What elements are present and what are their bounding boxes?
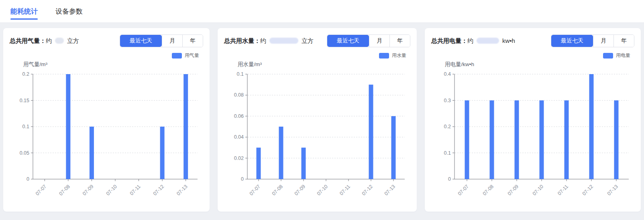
svg-text:07-09: 07-09 — [82, 184, 95, 197]
tab-energy-statistics[interactable]: 能耗统计 — [10, 0, 38, 22]
gas-legend[interactable]: 用气量 — [10, 52, 203, 59]
masked-value — [55, 38, 64, 44]
svg-text:07-07: 07-07 — [249, 184, 262, 197]
svg-text:0: 0 — [26, 176, 29, 182]
water-legend[interactable]: 用水量 — [224, 52, 410, 59]
svg-text:07-13: 07-13 — [175, 184, 189, 197]
svg-text:0.3: 0.3 — [444, 98, 451, 103]
svg-text:0.04: 0.04 — [234, 134, 244, 140]
electricity-usage-bar-chart: 用电量/kw•h00.10.20.30.407-0707-0807-0907-1… — [431, 60, 634, 203]
svg-text:0.15: 0.15 — [20, 98, 29, 103]
unit-text: 立方 — [302, 37, 314, 44]
water-period-tab-year[interactable]: 年 — [389, 35, 410, 47]
title-text: 总共用气量： — [10, 37, 46, 44]
page-tab-bar: 能耗统计 设备参数 — [0, 0, 644, 23]
svg-text:07-12: 07-12 — [152, 184, 165, 197]
svg-text:07-13: 07-13 — [383, 184, 397, 197]
svg-text:07-07: 07-07 — [457, 184, 470, 197]
svg-text:用电量/kw•h: 用电量/kw•h — [445, 61, 474, 67]
gas-usage-card: 总共用气量：约立方 最近七天 月 年 用气量 用气量/m³00.050.10.1… — [3, 28, 210, 212]
electricity-period-tab-year[interactable]: 年 — [613, 35, 634, 47]
svg-text:0.05: 0.05 — [20, 150, 29, 156]
svg-text:0.2: 0.2 — [22, 71, 29, 77]
water-usage-bar-chart: 用水量/m³00.020.040.060.080.107-0707-0807-0… — [224, 60, 410, 203]
approx-text: 约 — [46, 37, 52, 44]
svg-text:0.2: 0.2 — [444, 124, 451, 129]
period-tab-group: 最近七天 月 年 — [120, 34, 203, 47]
electricity-usage-card: 总共用电量：约kw•h 最近七天 月 年 用电量 用电量/kw•h00.10.2… — [425, 28, 641, 212]
svg-text:0: 0 — [448, 176, 451, 182]
electricity-legend[interactable]: 用电量 — [431, 52, 634, 59]
water-usage-card: 总共用水量：约立方 最近七天 月 年 用水量 用水量/m³00.020.040.… — [218, 28, 417, 212]
legend-label: 用电量 — [616, 52, 630, 59]
title-text: 总共用电量： — [431, 37, 467, 44]
card-title: 总共用水量：约立方 — [224, 37, 314, 45]
period-tab-group: 最近七天 月 年 — [327, 34, 410, 47]
svg-text:07-08: 07-08 — [482, 184, 495, 197]
svg-text:07-12: 07-12 — [581, 184, 595, 197]
title-text: 总共用水量： — [224, 37, 260, 44]
tab-device-parameters[interactable]: 设备参数 — [55, 0, 83, 22]
card-header: 总共用电量：约kw•h 最近七天 月 年 — [431, 34, 634, 47]
period-tab-group: 最近七天 月 年 — [551, 34, 634, 47]
gas-usage-bar-chart: 用气量/m³00.050.10.150.207-0707-0807-0907-1… — [10, 60, 203, 203]
approx-text: 约 — [467, 37, 473, 44]
gas-period-tab-year[interactable]: 年 — [182, 35, 203, 47]
unit-text: kw•h — [502, 37, 515, 44]
svg-text:07-11: 07-11 — [129, 184, 142, 196]
electricity-period-tab-month[interactable]: 月 — [593, 35, 613, 47]
svg-text:07-11: 07-11 — [556, 184, 569, 196]
cards-row: 总共用气量：约立方 最近七天 月 年 用气量 用气量/m³00.050.10.1… — [0, 23, 644, 212]
legend-swatch-icon — [603, 53, 613, 59]
svg-text:07-07: 07-07 — [35, 184, 48, 197]
svg-text:07-09: 07-09 — [507, 184, 520, 197]
svg-text:0.02: 0.02 — [234, 155, 244, 161]
card-header: 总共用气量：约立方 最近七天 月 年 — [10, 34, 203, 47]
svg-text:07-13: 07-13 — [606, 184, 620, 197]
approx-text: 约 — [260, 37, 266, 44]
masked-value — [477, 38, 499, 44]
svg-text:07-08: 07-08 — [271, 184, 284, 197]
electricity-period-tab-last7days[interactable]: 最近七天 — [551, 35, 593, 47]
svg-text:07-09: 07-09 — [293, 184, 307, 197]
svg-text:用水量/m³: 用水量/m³ — [238, 61, 262, 67]
tab-label: 能耗统计 — [10, 7, 38, 16]
svg-text:用气量/m³: 用气量/m³ — [23, 61, 47, 67]
svg-text:07-10: 07-10 — [105, 184, 118, 197]
svg-text:0.06: 0.06 — [234, 113, 244, 119]
svg-text:07-10: 07-10 — [316, 184, 329, 197]
water-period-tab-last7days[interactable]: 最近七天 — [327, 35, 369, 47]
legend-label: 用水量 — [392, 52, 406, 59]
unit-text: 立方 — [67, 37, 79, 44]
svg-text:0: 0 — [241, 176, 244, 182]
masked-value — [269, 38, 298, 44]
card-title: 总共用电量：约kw•h — [431, 37, 515, 45]
tab-label: 设备参数 — [55, 7, 83, 16]
svg-text:0.08: 0.08 — [234, 92, 244, 98]
gas-period-tab-month[interactable]: 月 — [162, 35, 182, 47]
svg-text:07-11: 07-11 — [338, 184, 351, 196]
svg-text:0.1: 0.1 — [237, 71, 244, 77]
svg-text:0.1: 0.1 — [444, 150, 451, 156]
svg-text:0.1: 0.1 — [22, 124, 29, 129]
water-period-tab-month[interactable]: 月 — [369, 35, 389, 47]
card-header: 总共用水量：约立方 最近七天 月 年 — [224, 34, 410, 47]
gas-period-tab-last7days[interactable]: 最近七天 — [120, 35, 162, 47]
svg-text:07-08: 07-08 — [58, 184, 71, 197]
svg-text:0.4: 0.4 — [444, 71, 451, 77]
legend-label: 用气量 — [185, 52, 199, 59]
legend-swatch-icon — [379, 53, 389, 59]
svg-text:07-10: 07-10 — [532, 184, 545, 197]
svg-text:07-12: 07-12 — [361, 184, 374, 197]
legend-swatch-icon — [172, 53, 182, 59]
card-title: 总共用气量：约立方 — [10, 37, 79, 45]
